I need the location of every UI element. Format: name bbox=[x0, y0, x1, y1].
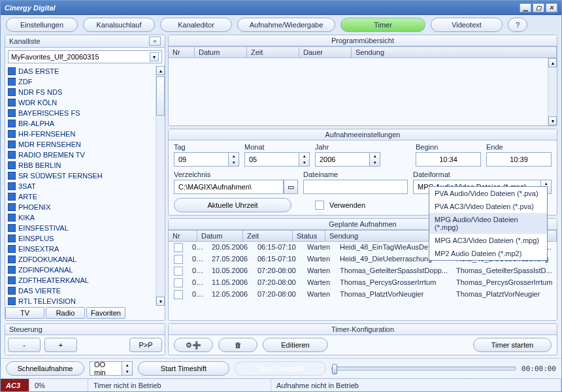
sched-col-status[interactable]: Status bbox=[293, 231, 325, 241]
timer-config-title: Timer-Konfiguration bbox=[331, 325, 394, 333]
current-time-button[interactable]: Aktuelle Uhrzeit bbox=[174, 198, 291, 212]
col-sendung[interactable]: Sendung bbox=[352, 47, 557, 57]
minimize-button[interactable]: ▁ bbox=[520, 3, 531, 12]
table-row[interactable]: 000511.05.200607:20-08:00WartenThomas_Pe… bbox=[169, 277, 557, 289]
add-timer-button[interactable]: ⚙➕ bbox=[174, 338, 213, 352]
channel-item[interactable]: RADIO BREMEN TV bbox=[5, 150, 156, 160]
row-checkbox[interactable] bbox=[174, 290, 183, 299]
channel-item[interactable]: BR-ALPHA bbox=[5, 118, 156, 129]
timeshift-slider[interactable] bbox=[331, 367, 516, 370]
channel-item[interactable]: KIKA bbox=[5, 212, 156, 223]
scroll-down-button[interactable]: ▾ bbox=[548, 116, 557, 125]
fileformat-option[interactable]: PVA AC3/Video Dateien (*.pva) bbox=[429, 200, 547, 213]
remove-timer-button[interactable]: 🗑 bbox=[218, 338, 257, 352]
channel-item[interactable]: RTL TELEVISION bbox=[5, 296, 156, 306]
col-dauer[interactable]: Dauer bbox=[299, 47, 352, 57]
p2p-button[interactable]: P>P bbox=[129, 338, 162, 352]
begin-time-input[interactable]: 10:34 bbox=[416, 152, 481, 167]
table-row[interactable]: 000410.05.200607:20-08:00WartenThomas_Ge… bbox=[169, 265, 557, 277]
channel-label: RADIO BREMEN TV bbox=[18, 151, 85, 159]
overview-scrollbar[interactable]: ▴ ▾ bbox=[548, 58, 557, 125]
col-zeit[interactable]: Zeit bbox=[247, 47, 299, 57]
channel-item[interactable]: DAS ERSTE bbox=[5, 66, 156, 76]
channel-scan-button[interactable]: Kanalsuchlauf bbox=[83, 18, 155, 32]
slider-thumb[interactable] bbox=[332, 364, 337, 374]
start-timer-button[interactable]: Timer starten bbox=[473, 338, 552, 352]
end-time-input[interactable]: 10:39 bbox=[486, 152, 552, 167]
fileformat-option[interactable]: PVA Audio/Video Dateien (*.pva) bbox=[429, 187, 547, 200]
fileformat-option[interactable]: MPG Audio/Video Dateien (*.mpg) bbox=[429, 213, 547, 234]
start-timeshift-button[interactable]: Start Timeshift bbox=[138, 361, 229, 376]
channel-label: ZDFTHEATERKANAL bbox=[18, 276, 89, 284]
year-input[interactable]: 2006 bbox=[315, 152, 370, 167]
channel-item[interactable]: EINSPLUS bbox=[5, 233, 156, 244]
scroll-down-button[interactable]: ▾ bbox=[156, 297, 165, 306]
channel-scrollbar[interactable]: ▴ ▾ bbox=[156, 66, 165, 306]
channel-item[interactable]: MDR FERNSEHEN bbox=[5, 139, 156, 150]
scroll-up-button[interactable]: ▴ bbox=[548, 58, 557, 67]
tab-radio[interactable]: Radio bbox=[46, 307, 85, 319]
fileformat-dropdown[interactable]: PVA Audio/Video Dateien (*.pva)PVA AC3/V… bbox=[429, 186, 548, 261]
quick-record-button[interactable]: Schnellaufnahme bbox=[6, 361, 84, 376]
channel-item[interactable]: ARTE bbox=[5, 191, 156, 202]
scroll-up-button[interactable]: ▴ bbox=[156, 66, 165, 75]
channel-editor-button[interactable]: Kanaleditor bbox=[160, 18, 232, 32]
edit-timer-button[interactable]: Editieren bbox=[263, 338, 328, 352]
sched-col-zeit[interactable]: Zeit bbox=[243, 231, 293, 241]
channel-item[interactable]: EINSFESTIVAL bbox=[5, 223, 156, 233]
channel-item[interactable]: ZDFDOKUKANAL bbox=[5, 254, 156, 265]
day-spinner[interactable]: ▴▾ bbox=[229, 152, 239, 167]
help-button[interactable]: ? bbox=[508, 18, 527, 32]
month-spinner[interactable]: ▴▾ bbox=[299, 152, 310, 167]
channel-item[interactable]: DAS VIERTE bbox=[5, 286, 156, 296]
use-checkbox[interactable] bbox=[315, 201, 324, 210]
row-checkbox[interactable] bbox=[174, 267, 183, 276]
chevron-down-icon: ▾ bbox=[150, 52, 159, 61]
month-input[interactable]: 05 bbox=[244, 152, 299, 167]
row-checkbox[interactable] bbox=[174, 243, 183, 252]
channel-item[interactable]: PHOENIX bbox=[5, 202, 156, 212]
row-checkbox[interactable] bbox=[174, 255, 183, 264]
table-row[interactable]: 000612.05.200607:20-08:00WartenThomas_Pl… bbox=[169, 289, 557, 301]
duration-spinner[interactable]: ▴▾ bbox=[122, 361, 133, 376]
close-button[interactable]: ✕ bbox=[546, 3, 557, 12]
channel-item[interactable]: ZDFINFOKANAL bbox=[5, 265, 156, 275]
collapse-channel-list[interactable]: « bbox=[149, 37, 161, 46]
channel-item[interactable]: 3SAT bbox=[5, 181, 156, 191]
favorite-set-select[interactable]: MyFavorites_Ulf_20060315 ▾ bbox=[8, 50, 162, 63]
settings-button[interactable]: Einstellungen bbox=[6, 18, 78, 32]
row-checkbox[interactable] bbox=[174, 278, 183, 287]
sched-col-nr[interactable]: Nr bbox=[169, 231, 197, 241]
channel-item[interactable]: NDR FS NDS bbox=[5, 87, 156, 97]
timer-button[interactable]: Timer bbox=[340, 18, 425, 32]
col-nr[interactable]: Nr bbox=[169, 47, 195, 57]
col-datum[interactable]: Datum bbox=[195, 47, 247, 57]
channel-item[interactable]: BAYERISCHES FS bbox=[5, 108, 156, 118]
channel-item[interactable]: EINSEXTRA bbox=[5, 244, 156, 254]
filename-input[interactable] bbox=[303, 180, 408, 194]
browse-directory-button[interactable]: ▭ bbox=[284, 180, 298, 194]
year-spinner[interactable]: ▴▾ bbox=[370, 152, 380, 167]
stop-timeshift-button[interactable]: Stop Timeshift bbox=[235, 361, 326, 376]
cell-sendung: Thomas_PlatztVorNeugier bbox=[336, 290, 452, 299]
tab-favorites[interactable]: Favoriten bbox=[86, 307, 125, 319]
sched-col-datum[interactable]: Datum bbox=[197, 231, 243, 241]
channel-down-button[interactable]: - bbox=[8, 338, 41, 352]
tab-tv[interactable]: TV bbox=[5, 307, 44, 319]
channel-item[interactable]: HR-FERNSEHEN bbox=[5, 129, 156, 139]
videotext-button[interactable]: Videotext bbox=[431, 18, 503, 32]
maximize-button[interactable]: ▢ bbox=[533, 3, 544, 12]
record-playback-button[interactable]: Aufnahme/Wiedergabe bbox=[237, 18, 335, 32]
channel-item[interactable]: ZDF bbox=[5, 76, 156, 87]
quick-record-duration[interactable]: OO min bbox=[90, 361, 122, 376]
channel-item[interactable]: RBB BERLIN bbox=[5, 160, 156, 171]
day-input[interactable]: 09 bbox=[174, 152, 229, 167]
channel-item[interactable]: WDR KÖLN bbox=[5, 97, 156, 108]
channel-item[interactable]: ZDFTHEATERKANAL bbox=[5, 275, 156, 286]
directory-input[interactable]: C:\MAGIX\Aufnahmen\ bbox=[174, 180, 284, 194]
channel-item[interactable]: SR SÜDWEST FERNSEH bbox=[5, 171, 156, 181]
fileformat-option[interactable]: MPG AC3/Video Dateien (*.mpg) bbox=[429, 234, 547, 247]
scrollbar-thumb[interactable] bbox=[156, 76, 165, 116]
channel-up-button[interactable]: + bbox=[44, 338, 77, 352]
fileformat-option[interactable]: MP2 Audio Dateien (*.mp2) bbox=[429, 247, 547, 260]
